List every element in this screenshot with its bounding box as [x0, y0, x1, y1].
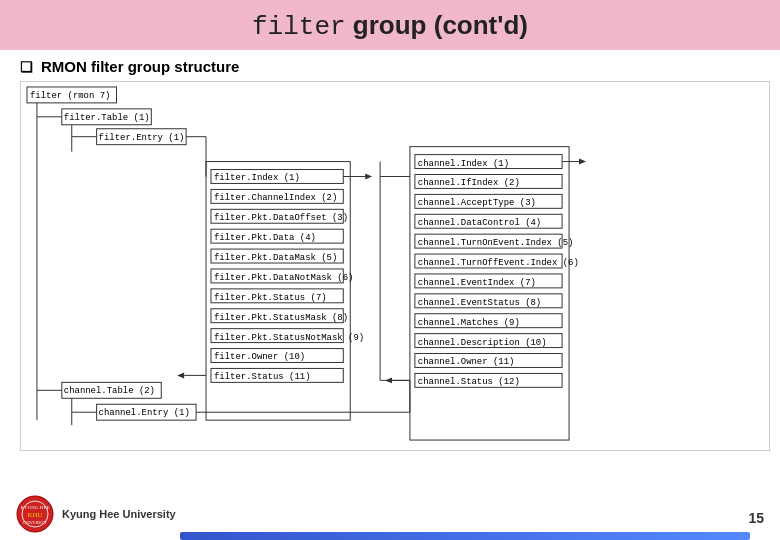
svg-text:KYUNG HEE: KYUNG HEE [20, 505, 49, 510]
svg-marker-36 [177, 372, 184, 378]
footer-logo: KYUNG HEE KHU UNIVERSITY Kyung Hee Unive… [16, 495, 176, 533]
svg-text:filter.Pkt.DataOffset (3): filter.Pkt.DataOffset (3) [214, 213, 348, 223]
svg-text:channel.Index (1): channel.Index (1) [418, 159, 509, 169]
svg-text:channel.IfIndex (2): channel.IfIndex (2) [418, 178, 520, 188]
svg-text:filter.Pkt.StatusMask (8): filter.Pkt.StatusMask (8) [214, 313, 348, 323]
svg-text:channel.Table (2): channel.Table (2) [64, 386, 155, 396]
svg-text:channel.TurnOffEvent.Index (6): channel.TurnOffEvent.Index (6) [418, 258, 579, 268]
svg-text:channel.Matches (9): channel.Matches (9) [418, 318, 520, 328]
university-name: Kyung Hee University [62, 507, 176, 521]
page-title: filter group (cont'd) [252, 12, 528, 42]
svg-marker-14 [365, 174, 372, 180]
svg-text:channel.DataControl (4): channel.DataControl (4) [418, 218, 541, 228]
svg-text:filter.Index (1): filter.Index (1) [214, 173, 300, 183]
svg-text:filter.Entry (1): filter.Entry (1) [99, 133, 185, 143]
svg-text:channel.AcceptType (3): channel.AcceptType (3) [418, 198, 536, 208]
footer: KYUNG HEE KHU UNIVERSITY Kyung Hee Unive… [0, 488, 780, 540]
svg-text:filter.Pkt.Status (7): filter.Pkt.Status (7) [214, 293, 327, 303]
header: filter group (cont'd) [0, 0, 780, 50]
diagram-container: .box { fill: #fff; stroke: #333; stroke-… [20, 81, 770, 451]
svg-text:filter.Pkt.StatusNotMask (9): filter.Pkt.StatusNotMask (9) [214, 333, 364, 343]
svg-text:channel.TurnOnEvent.Index (5): channel.TurnOnEvent.Index (5) [418, 238, 574, 248]
svg-text:filter.Owner (10): filter.Owner (10) [214, 352, 305, 362]
svg-text:filter (rmon 7): filter (rmon 7) [30, 91, 110, 101]
content-area: RMON filter group structure .box { fill:… [0, 58, 780, 451]
diagram-svg: .box { fill: #fff; stroke: #333; stroke-… [21, 82, 769, 450]
title-mono: filter [252, 12, 346, 42]
svg-marker-50 [579, 159, 586, 165]
subtitle: RMON filter group structure [20, 58, 760, 75]
svg-text:channel.Description (10): channel.Description (10) [418, 338, 547, 348]
svg-text:filter.Pkt.Data (4): filter.Pkt.Data (4) [214, 233, 316, 243]
svg-text:KHU: KHU [27, 511, 42, 519]
svg-text:channel.EventIndex (7): channel.EventIndex (7) [418, 278, 536, 288]
svg-text:filter.Pkt.DataNotMask (6): filter.Pkt.DataNotMask (6) [214, 273, 353, 283]
university-logo: KYUNG HEE KHU UNIVERSITY [16, 495, 54, 533]
svg-text:channel.Owner (11): channel.Owner (11) [418, 357, 515, 367]
page-number: 15 [748, 510, 764, 526]
svg-text:filter.Table (1): filter.Table (1) [64, 113, 150, 123]
footer-bar [180, 532, 750, 540]
svg-text:filter.Status (11): filter.Status (11) [214, 372, 311, 382]
title-bold: group (cont'd) [346, 10, 528, 40]
svg-text:channel.EventStatus (8): channel.EventStatus (8) [418, 298, 541, 308]
svg-text:filter.ChannelIndex (2): filter.ChannelIndex (2) [214, 193, 337, 203]
svg-text:channel.Status (12): channel.Status (12) [418, 377, 520, 387]
svg-text:channel.Entry (1): channel.Entry (1) [99, 408, 190, 418]
svg-text:UNIVERSITY: UNIVERSITY [23, 520, 47, 525]
svg-text:filter.Pkt.DataMask (5): filter.Pkt.DataMask (5) [214, 253, 337, 263]
